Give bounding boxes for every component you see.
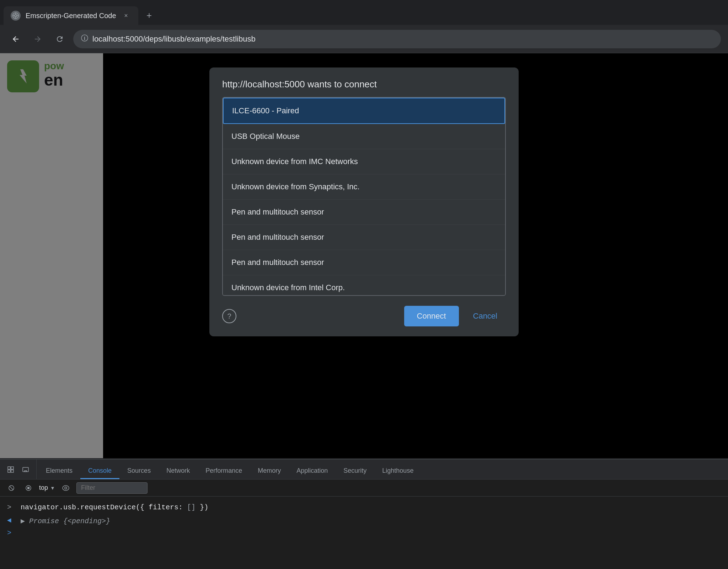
console-toolbar: top ▼ bbox=[0, 479, 728, 497]
new-tab-button[interactable]: + bbox=[140, 6, 158, 24]
device-item-4[interactable]: Pen and multitouch sensor bbox=[223, 200, 505, 225]
responsive-mode-icon[interactable] bbox=[18, 462, 33, 477]
tab-application[interactable]: Application bbox=[289, 464, 336, 479]
tab-bar: Emscripten-Generated Code × + bbox=[0, 0, 728, 25]
elements-picker-icon[interactable] bbox=[4, 462, 18, 477]
context-label: top bbox=[39, 484, 48, 492]
tab-memory[interactable]: Memory bbox=[250, 464, 289, 479]
console-input-line: > navigator.usb.requestDevice({ filters:… bbox=[7, 502, 721, 513]
back-button[interactable] bbox=[7, 31, 24, 48]
console-result-arrow: ◄ bbox=[7, 516, 16, 525]
usb-dialog-overlay: http://localhost:5000 wants to connect I… bbox=[0, 53, 728, 458]
devtools-panel: Elements Console Sources Network Perform… bbox=[0, 459, 728, 569]
connect-button[interactable]: Connect bbox=[404, 306, 459, 326]
reload-button[interactable] bbox=[51, 31, 68, 48]
svg-rect-9 bbox=[11, 467, 14, 469]
tab-security[interactable]: Security bbox=[336, 464, 374, 479]
svg-rect-8 bbox=[8, 467, 10, 469]
dialog-title: http://localhost:5000 wants to connect bbox=[209, 67, 519, 97]
device-item-1[interactable]: USB Optical Mouse bbox=[223, 124, 505, 149]
svg-rect-12 bbox=[23, 467, 28, 472]
device-item-0[interactable]: ILCE-6600 - Paired bbox=[223, 98, 505, 124]
context-chevron: ▼ bbox=[50, 485, 55, 491]
device-item-2[interactable]: Unknown device from IMC Networks bbox=[223, 149, 505, 174]
tab-performance[interactable]: Performance bbox=[198, 464, 250, 479]
address-text: localhost:5000/deps/libusb/examples/test… bbox=[92, 34, 256, 44]
tab-elements[interactable]: Elements bbox=[38, 464, 80, 479]
filter-by-type-icon[interactable] bbox=[59, 482, 72, 494]
page-content: pow en http://localhost:5000 wants to co… bbox=[0, 53, 728, 458]
device-item-6[interactable]: Pen and multitouch sensor bbox=[223, 250, 505, 275]
tab-sources[interactable]: Sources bbox=[119, 464, 159, 479]
console-output: > navigator.usb.requestDevice({ filters:… bbox=[0, 497, 728, 543]
console-prompt-chevron: > bbox=[7, 502, 16, 513]
device-list: ILCE-6600 - Paired USB Optical Mouse Unk… bbox=[222, 97, 506, 296]
device-item-3[interactable]: Unknown device from Synaptics, Inc. bbox=[223, 174, 505, 200]
svg-rect-17 bbox=[27, 487, 30, 489]
active-tab[interactable]: Emscripten-Generated Code × bbox=[4, 6, 138, 25]
tab-console[interactable]: Console bbox=[80, 464, 119, 479]
console-cursor: > bbox=[7, 529, 11, 537]
svg-point-18 bbox=[63, 486, 69, 491]
usb-connect-dialog: http://localhost:5000 wants to connect I… bbox=[209, 67, 519, 336]
console-result-text: ▶ Promise {<pending>} bbox=[21, 516, 110, 525]
tab-close-button[interactable]: × bbox=[121, 11, 131, 21]
info-icon bbox=[81, 34, 88, 43]
console-command: navigator.usb.requestDevice({ filters: [… bbox=[21, 502, 208, 513]
svg-rect-13 bbox=[25, 471, 27, 472]
svg-rect-10 bbox=[8, 470, 10, 472]
tab-network[interactable]: Network bbox=[159, 464, 198, 479]
dialog-action-buttons: Connect Cancel bbox=[404, 306, 506, 326]
clear-console-icon[interactable] bbox=[5, 482, 18, 494]
device-item-5[interactable]: Pen and multitouch sensor bbox=[223, 225, 505, 250]
tab-favicon bbox=[11, 11, 21, 21]
help-button[interactable]: ? bbox=[222, 309, 236, 323]
filter-input[interactable] bbox=[76, 482, 148, 494]
forward-button[interactable] bbox=[29, 31, 46, 48]
dialog-footer: ? Connect Cancel bbox=[209, 296, 519, 336]
tab-title: Emscripten-Generated Code bbox=[26, 12, 116, 20]
cancel-button[interactable]: Cancel bbox=[465, 306, 506, 326]
device-item-7[interactable]: Unknown device from Intel Corp. bbox=[223, 275, 505, 296]
svg-line-15 bbox=[10, 486, 13, 490]
svg-point-1 bbox=[15, 15, 17, 17]
console-active-line[interactable]: > bbox=[7, 529, 721, 537]
console-result-line: ◄ ▶ Promise {<pending>} bbox=[7, 516, 721, 525]
tab-lighthouse[interactable]: Lighthouse bbox=[374, 464, 421, 479]
svg-point-19 bbox=[65, 487, 67, 489]
address-bar[interactable]: localhost:5000/deps/libusb/examples/test… bbox=[73, 30, 721, 48]
stop-icon[interactable] bbox=[22, 482, 35, 494]
devtools-top-bar: Elements Console Sources Network Perform… bbox=[0, 460, 728, 479]
nav-bar: localhost:5000/deps/libusb/examples/test… bbox=[0, 25, 728, 53]
svg-rect-11 bbox=[11, 470, 14, 472]
devtools-left-icons bbox=[0, 460, 37, 479]
browser-chrome: Emscripten-Generated Code × + bbox=[0, 0, 728, 53]
context-selector[interactable]: top ▼ bbox=[39, 484, 55, 492]
devtools-tabs-container: Elements Console Sources Network Perform… bbox=[37, 460, 423, 479]
